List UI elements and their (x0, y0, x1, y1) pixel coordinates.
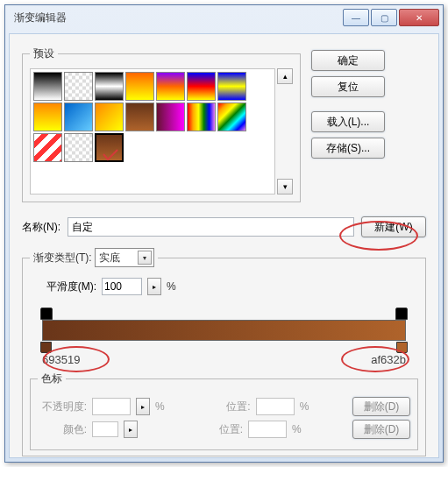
presets-legend: 预设 (30, 46, 58, 61)
window-controls: — ▢ ✕ (343, 9, 439, 26)
position2-input (248, 421, 287, 438)
color-stop-left[interactable] (40, 342, 52, 353)
presets-fieldset: 预设 ▴ (22, 46, 301, 202)
gradient-type-legend: 渐变类型(T): (33, 251, 92, 264)
scroll-down-button[interactable]: ▾ (277, 179, 293, 194)
percent-label: % (167, 280, 176, 293)
stops-fieldset: 色标 不透明度: ▸ % 位置: % 删除(D) 颜色: ▸ 位置: % 删除(… (30, 371, 418, 450)
opacity-stepper: ▸ (136, 398, 150, 415)
name-input[interactable] (68, 217, 354, 237)
preset-swatch[interactable] (64, 103, 93, 131)
gradient-bar[interactable] (42, 320, 406, 341)
smoothness-label: 平滑度(M): (30, 279, 96, 294)
preset-swatch[interactable] (33, 72, 62, 101)
new-button[interactable]: 新建(W) (361, 216, 426, 237)
scroll-up-button[interactable]: ▴ (277, 68, 293, 84)
position-input (256, 398, 295, 415)
color-swatch (92, 421, 118, 437)
close-button[interactable]: ✕ (399, 9, 439, 26)
save-button[interactable]: 存储(S)... (311, 138, 385, 159)
delete-color-stop-button: 删除(D) (352, 420, 410, 439)
smoothness-input[interactable] (102, 278, 142, 295)
reset-button[interactable]: 复位 (311, 76, 385, 97)
gradient-track[interactable] (30, 311, 418, 350)
smoothness-stepper[interactable]: ▸ (147, 278, 161, 295)
opacity-pct: % (155, 400, 165, 413)
opacity-label: 不透明度: (38, 400, 87, 414)
position-label: 位置: (202, 400, 251, 414)
gradient-type-select[interactable]: 实底 ▾ (95, 248, 154, 267)
opacity-input (92, 398, 131, 415)
color-picker-arrow: ▸ (124, 421, 138, 438)
preset-swatch[interactable] (125, 103, 154, 131)
preset-swatch[interactable] (125, 72, 154, 101)
position2-label: 位置: (194, 422, 243, 437)
preset-swatch[interactable] (95, 72, 124, 101)
titlebar[interactable]: 渐变编辑器 — ▢ ✕ (5, 5, 443, 30)
right-color-annotation: af632b (371, 353, 406, 366)
gradient-type-fieldset: 渐变类型(T): 实底 ▾ 平滑度(M): ▸ % 693519 af632b … (22, 248, 426, 456)
gradient-type-value: 实底 (99, 251, 120, 265)
preset-swatch[interactable] (156, 72, 185, 101)
opacity-stop-right[interactable] (395, 308, 408, 320)
color-stop-right[interactable] (396, 342, 408, 353)
preset-swatch[interactable] (217, 103, 246, 131)
preset-swatch[interactable] (64, 72, 93, 101)
position2-pct: % (292, 423, 302, 435)
left-color-annotation: 693519 (42, 353, 80, 366)
opacity-stop-left[interactable] (40, 308, 53, 320)
color-label: 颜色: (38, 422, 87, 437)
minimize-button[interactable]: — (343, 9, 369, 26)
side-button-panel: 确定 复位 载入(L)... 存储(S)... (311, 46, 385, 202)
preset-swatch[interactable] (64, 133, 93, 162)
preset-swatch[interactable] (187, 103, 216, 131)
stops-legend: 色标 (38, 371, 66, 386)
gradient-editor-window: 渐变编辑器 — ▢ ✕ 预设 (4, 4, 444, 463)
preset-swatch[interactable] (156, 103, 185, 131)
preset-swatch[interactable] (187, 72, 216, 101)
name-label: 名称(N): (22, 220, 60, 235)
window-title: 渐变编辑器 (14, 11, 343, 25)
client-area: 预设 ▴ (9, 33, 439, 458)
preset-swatch[interactable] (95, 103, 124, 131)
preset-swatch[interactable] (33, 133, 62, 162)
delete-opacity-stop-button: 删除(D) (352, 397, 410, 416)
dropdown-arrow-icon: ▾ (138, 251, 152, 265)
preset-swatch[interactable] (33, 103, 62, 131)
preset-swatch-selected[interactable] (95, 133, 124, 162)
maximize-button[interactable]: ▢ (371, 9, 397, 26)
ok-button[interactable]: 确定 (311, 50, 385, 71)
position-pct: % (300, 400, 309, 413)
presets-grid[interactable] (30, 68, 275, 194)
load-button[interactable]: 载入(L)... (311, 111, 385, 132)
preset-swatch[interactable] (217, 72, 246, 101)
